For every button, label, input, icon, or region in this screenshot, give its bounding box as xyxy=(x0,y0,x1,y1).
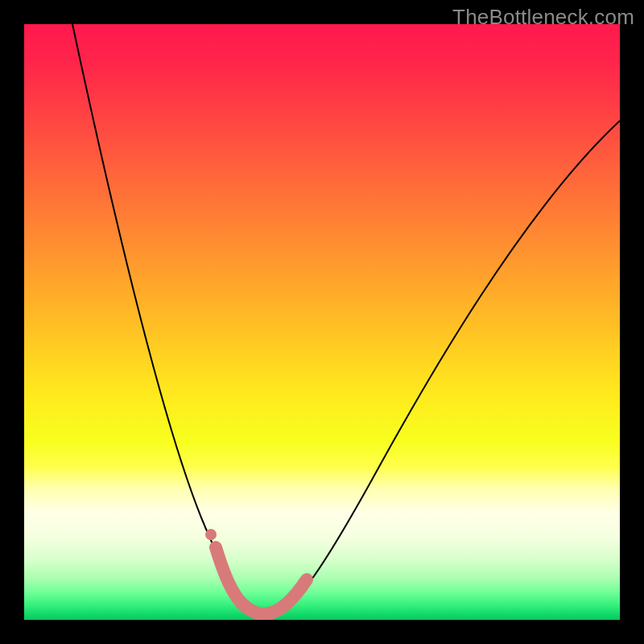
optimal-range-marker xyxy=(216,547,307,614)
chart-frame xyxy=(24,24,620,620)
bottleneck-curve xyxy=(72,24,620,613)
marker-dot-icon xyxy=(205,529,217,540)
watermark-text: TheBottleneck.com xyxy=(452,5,634,30)
bottleneck-plot xyxy=(24,24,620,620)
